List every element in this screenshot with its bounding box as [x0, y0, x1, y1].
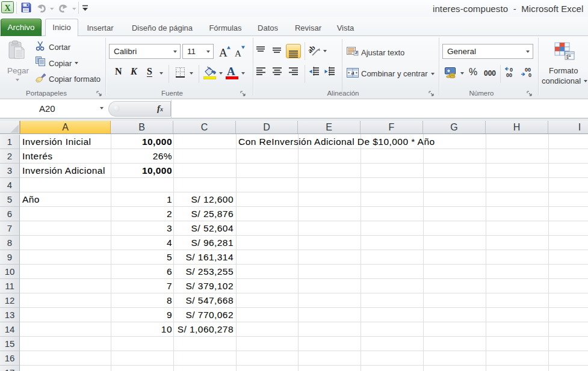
svg-text:>: >: [566, 56, 569, 60]
svg-text:0: 0: [528, 72, 531, 78]
svg-text:X: X: [4, 4, 10, 13]
svg-text:00: 00: [506, 72, 512, 78]
svg-text:a: a: [351, 69, 354, 76]
svg-text:A: A: [235, 49, 241, 58]
svg-text:A: A: [219, 46, 227, 59]
